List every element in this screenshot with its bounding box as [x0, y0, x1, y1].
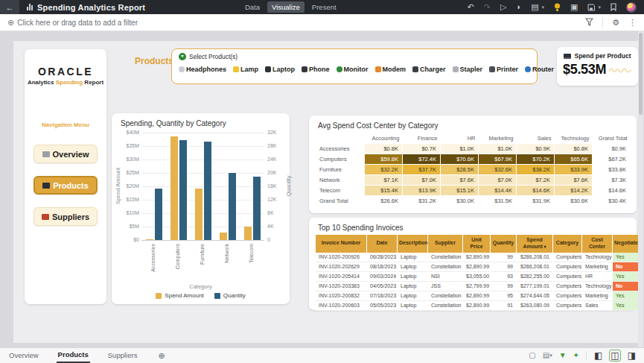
heatmap-cell[interactable]: $15.1K: [441, 186, 479, 196]
product-item-router[interactable]: Router: [525, 66, 554, 73]
chevron-down-icon[interactable]: ▾: [598, 4, 601, 10]
tab-data[interactable]: Data: [240, 1, 264, 13]
save-icon[interactable]: [587, 4, 595, 11]
heatmap-cell[interactable]: $28.5K: [441, 165, 479, 175]
scrollbar-thumb[interactable]: [639, 33, 643, 115]
heatmap-cell[interactable]: $0.7K: [403, 144, 441, 154]
heatmap-cell[interactable]: $33.9K: [555, 165, 593, 175]
layout-right-panel-icon[interactable]: ◨: [627, 350, 637, 361]
invoices-column-header[interactable]: Description: [398, 235, 427, 253]
heatmap-cell[interactable]: $7.2K: [517, 175, 555, 186]
layout-left-panel-icon[interactable]: ◧: [593, 350, 603, 361]
kebab-menu-icon[interactable]: ⋮: [628, 18, 637, 28]
heatmap-cell[interactable]: $7.0K: [403, 175, 441, 186]
quantity-bar-accessories[interactable]: [155, 189, 162, 240]
back-button[interactable]: ←: [0, 0, 19, 14]
invoices-column-header[interactable]: Category: [553, 235, 581, 253]
table-row[interactable]: INV-1020-20262908/18/2023LaptopConstella…: [316, 262, 638, 272]
chevron-down-icon[interactable]: ▾: [549, 353, 552, 359]
top-invoices-panel[interactable]: Top 10 Spending Invoices Invoice NumberD…: [309, 218, 637, 310]
heatmap-cell[interactable]: $38.2K: [517, 165, 555, 175]
tab-present[interactable]: Present: [307, 1, 341, 13]
quantity-bar-furniture[interactable]: [204, 142, 211, 240]
heatmap-cell[interactable]: $37.7K: [403, 165, 441, 175]
product-item-monitor[interactable]: Monitor: [337, 66, 369, 73]
bookmark-icon[interactable]: [610, 3, 616, 11]
chevron-down-icon[interactable]: ▾: [542, 4, 545, 10]
heatmap-cell[interactable]: $7.6K: [441, 175, 479, 186]
heatmap-cell[interactable]: $0.9K: [517, 144, 555, 154]
heatmap-cell[interactable]: $1.0K: [479, 144, 517, 154]
invoices-column-header[interactable]: Spend Amount ▾: [517, 235, 552, 253]
heatmap-cell[interactable]: $67.9K: [479, 154, 517, 165]
canvas-settings-icon[interactable]: ▤: [531, 3, 538, 11]
avg-spend-heatmap[interactable]: Avg Spend Cost Center by Category Accoun…: [309, 116, 637, 213]
gear-icon[interactable]: ⚙: [612, 18, 619, 28]
heatmap-cell[interactable]: $59.8K: [365, 154, 403, 165]
table-row[interactable]: INV-1020-20060305/05/2023LaptopConstella…: [316, 301, 638, 311]
spend-bar-network[interactable]: [220, 233, 227, 240]
heatmap-cell[interactable]: $13.9K: [403, 186, 441, 196]
heatmap-cell[interactable]: $31.9K: [517, 196, 555, 206]
add-filter-target[interactable]: ⊕ Click here or drag data to add a filte…: [7, 18, 138, 28]
invoices-column-header[interactable]: Cost Center: [582, 235, 612, 253]
invoices-column-header[interactable]: Supplier: [428, 235, 462, 253]
heatmap-cell[interactable]: $70.6K: [441, 154, 479, 165]
heatmap-cell[interactable]: $31.2K: [403, 196, 441, 206]
quantity-bar-computers[interactable]: [179, 140, 187, 240]
thumbnail-view-icon[interactable]: ▢: [529, 352, 535, 359]
table-row[interactable]: INV-1020-20338304/05/2023LaptopJSS$2,799…: [316, 282, 638, 291]
sidebar-item-products[interactable]: Products: [34, 176, 98, 195]
quantity-bar-network[interactable]: [229, 173, 236, 240]
canvas-tab-overview[interactable]: Overview: [7, 349, 40, 362]
invoices-column-header[interactable]: Unit Price: [463, 235, 490, 253]
quantity-bar-telecom[interactable]: [253, 177, 261, 240]
table-row[interactable]: INV-1020-20092606/28/2023LaptopConstella…: [316, 253, 638, 262]
spend-bar-accessories[interactable]: [146, 239, 153, 240]
heatmap-cell[interactable]: $32.2K: [365, 165, 403, 175]
insights-lightbulb-icon[interactable]: [554, 3, 561, 12]
data-refresh-icon[interactable]: ▼: [559, 352, 567, 359]
refresh-data-icon[interactable]: ◗: [517, 3, 522, 11]
limit-filters-icon[interactable]: [585, 16, 593, 29]
heatmap-cell[interactable]: $7.1K: [365, 175, 403, 186]
preview-icon[interactable]: ▷: [500, 3, 506, 11]
invoices-column-header[interactable]: Negotiated: [613, 235, 638, 253]
heatmap-cell[interactable]: $14.4K: [479, 186, 517, 196]
heatmap-cell[interactable]: $65.6K: [555, 154, 593, 165]
heatmap-cell[interactable]: $14.6K: [517, 186, 555, 196]
invoices-column-header[interactable]: Date: [367, 235, 397, 253]
product-item-charger[interactable]: Charger: [412, 66, 446, 73]
add-canvas-icon[interactable]: ⊕: [158, 351, 165, 361]
product-item-lamp[interactable]: Lamp: [233, 66, 258, 73]
product-item-modem[interactable]: Modem: [375, 66, 407, 73]
heatmap-cell[interactable]: $30.6K: [555, 196, 593, 206]
sidebar-item-overview[interactable]: Overview: [34, 145, 98, 163]
heatmap-cell[interactable]: $15.4K: [365, 186, 403, 196]
product-item-printer[interactable]: Printer: [489, 66, 518, 73]
heatmap-cell[interactable]: $7.6K: [555, 175, 593, 186]
auto-insights-icon[interactable]: ✦: [573, 352, 579, 359]
vertical-scrollbar[interactable]: [638, 31, 643, 347]
heatmap-cell[interactable]: $14.2K: [555, 186, 593, 196]
select-products-header[interactable]: Select Product(s): [179, 53, 530, 60]
canvas-tab-suppliers[interactable]: Suppliers: [106, 349, 139, 362]
undo-icon[interactable]: ↶: [468, 3, 474, 11]
heatmap-cell[interactable]: $72.4K: [403, 154, 441, 165]
heatmap-cell[interactable]: $32.6K: [479, 165, 517, 175]
heatmap-cell[interactable]: $7.0K: [479, 175, 517, 186]
tab-visualize[interactable]: Visualize: [267, 1, 305, 13]
heatmap-cell[interactable]: $30.0K: [441, 196, 479, 206]
redo-icon[interactable]: ↷: [484, 3, 491, 11]
heatmap-cell[interactable]: $70.2K: [517, 154, 555, 165]
heatmap-cell[interactable]: $1.0K: [441, 144, 479, 154]
product-item-headphones[interactable]: Headphones: [179, 66, 226, 73]
grid-view-icon[interactable]: ▤: [543, 352, 549, 359]
invoices-column-header[interactable]: Invoice Number: [316, 235, 366, 253]
user-avatar[interactable]: [626, 2, 637, 13]
spend-bar-computers[interactable]: [170, 136, 178, 240]
spend-bar-telecom[interactable]: [244, 227, 252, 240]
export-frame-icon[interactable]: ▣: [570, 3, 578, 11]
product-item-phone[interactable]: Phone: [302, 66, 330, 73]
spend-bar-furniture[interactable]: [195, 189, 203, 240]
